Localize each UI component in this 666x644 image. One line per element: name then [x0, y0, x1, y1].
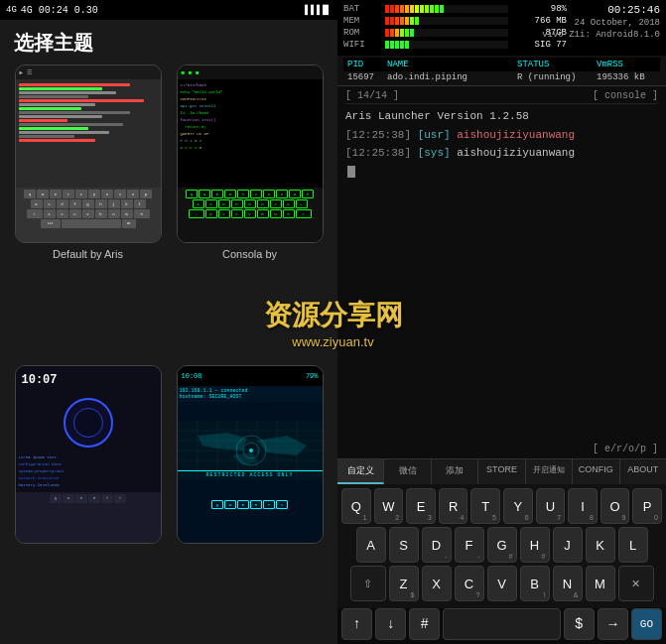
tab-weixin[interactable]: 微信	[384, 459, 431, 484]
rt-content: RESTRICTED ACCESS ONLY	[178, 402, 323, 498]
key-n[interactable]: N&	[553, 566, 583, 601]
key-right-arrow[interactable]: →	[598, 608, 628, 640]
key-x[interactable]: X	[422, 566, 452, 601]
key-shift[interactable]: ⇧	[350, 566, 386, 601]
console-nav-left: [ 14/14 ]	[345, 90, 399, 101]
system-date: 24 October, 2018	[575, 18, 660, 28]
theme-card-console[interactable]: ■ ■ ■ #!/bin/bash echo "Hello World" CON…	[174, 64, 326, 355]
mem-row: MEM 766 MB	[343, 16, 567, 26]
rt-statusbar: 10:08 79%	[178, 366, 323, 386]
svg-marker-13	[232, 452, 257, 465]
restricted-theme-preview[interactable]: 10:08 79% 192.168.1.1 — connected hostna…	[177, 365, 324, 544]
status-left: 4G 4G 00:24 0.30	[6, 5, 98, 16]
key-d[interactable]: D-	[422, 527, 452, 563]
wifi-val: SIG 77	[512, 40, 567, 50]
status-signal: 4G	[6, 5, 17, 15]
mem-label: MEM	[343, 16, 381, 26]
key-backspace[interactable]: ✕	[618, 566, 654, 601]
key-t[interactable]: T5	[470, 488, 500, 524]
svg-point-16	[249, 449, 253, 452]
rom-row: ROM 87GB	[343, 28, 567, 38]
left-panel: 4G 4G 00:24 0.30 ▐▐▐▐▌ 选择主题 ▶ ☰	[0, 0, 337, 644]
tab-store[interactable]: STORE	[478, 459, 525, 484]
tab-tongzhi[interactable]: 开启通知	[526, 459, 573, 484]
kb-row-3: ⇧ Z$ X C? V B! N& M ✕	[341, 566, 662, 601]
svg-marker-11	[198, 433, 247, 451]
key-z[interactable]: Z$	[389, 566, 419, 601]
themes-grid: ▶ ☰	[0, 64, 337, 644]
page-title: 选择主题	[0, 20, 337, 64]
console-header: [ 14/14 ] [ console ]	[345, 90, 658, 104]
default-theme-preview[interactable]: ▶ ☰	[15, 64, 162, 243]
key-k[interactable]: K	[586, 527, 615, 563]
status-time: 4G 00:24 0.30	[21, 5, 98, 16]
system-device: vivo Z1i: Android8.1.0	[542, 30, 660, 40]
key-s[interactable]: S	[389, 527, 419, 563]
key-go[interactable]: GO	[631, 608, 662, 640]
bat-val: 98%	[512, 4, 567, 14]
key-h[interactable]: H#	[520, 527, 550, 563]
console-version-text: Aris Launcher Version 1.2.58	[345, 110, 529, 122]
right-panel: BAT 98% MEM	[337, 0, 666, 644]
wifi-bar	[385, 41, 508, 49]
system-time: 00:25:46	[607, 4, 660, 16]
key-hash[interactable]: #	[409, 608, 440, 640]
console-area: [ 14/14 ] [ console ] Aris Launcher Vers…	[337, 86, 666, 458]
aris-theme-preview[interactable]: 10:07 Lorem ipsum text configuration dat…	[15, 365, 162, 544]
key-y[interactable]: Y6	[503, 488, 533, 524]
tab-tianjia[interactable]: 添加	[432, 459, 478, 484]
key-space[interactable]	[443, 608, 560, 640]
rom-bar	[385, 29, 508, 37]
key-f[interactable]: F-	[455, 527, 484, 563]
key-w[interactable]: W2	[374, 488, 404, 524]
key-i[interactable]: I8	[568, 488, 598, 524]
tab-config[interactable]: CONFIG	[573, 459, 619, 484]
svg-marker-12	[257, 436, 307, 455]
tab-about[interactable]: ABOUT	[620, 459, 666, 484]
status-right: ▐▐▐▐▌	[302, 5, 332, 16]
proc-header-name: NAME	[387, 60, 517, 69]
key-p[interactable]: P0	[632, 488, 662, 524]
rom-label: ROM	[343, 28, 381, 38]
key-r[interactable]: R4	[439, 488, 468, 524]
key-a[interactable]: A	[356, 527, 386, 563]
key-c[interactable]: C?	[455, 566, 484, 601]
key-o[interactable]: O9	[600, 488, 630, 524]
bat-label: BAT	[343, 4, 381, 14]
key-l[interactable]: L	[618, 527, 648, 563]
key-m[interactable]: M	[586, 566, 615, 601]
key-g[interactable]: G#	[487, 527, 517, 563]
console-path: [ e/r/o/p ]	[593, 444, 658, 454]
key-down-arrow[interactable]: ↓	[375, 608, 406, 640]
console-theme-label: Consola by	[222, 248, 277, 260]
key-u[interactable]: U7	[536, 488, 566, 524]
system-info: BAT 98% MEM	[337, 0, 666, 56]
wifi-label: WIFI	[343, 40, 381, 50]
tab-zidingyi[interactable]: 自定义	[337, 459, 384, 484]
mem-val: 766 MB	[512, 16, 567, 26]
proc-header-vmrss: VmRSS	[597, 60, 656, 69]
ct-content: #!/bin/bash echo "Hello World" CONFIG=tr…	[178, 79, 323, 188]
console-line-1: Aris Launcher Version 1.2.58	[345, 108, 658, 125]
key-dollar[interactable]: $	[564, 608, 595, 640]
console-line-3: [12:25:38] [sys] aishoujiziyuanwang	[345, 145, 658, 162]
status-bar: 4G 4G 00:24 0.30 ▐▐▐▐▌	[0, 0, 337, 20]
dt-content	[16, 79, 161, 188]
proc-header-pid: PID	[347, 60, 387, 69]
theme-card-default[interactable]: ▶ ☰	[12, 64, 164, 355]
key-b[interactable]: B!	[520, 566, 550, 601]
bat-bar	[385, 5, 508, 13]
at-statusbar: 10:07	[16, 366, 161, 394]
keyboard-tabs: 自定义 微信 添加 STORE 开启通知 CONFIG ABOUT	[337, 458, 666, 484]
proc-pid: 15697	[347, 72, 387, 82]
key-v[interactable]: V	[487, 566, 517, 601]
theme-card-aris[interactable]: 10:07 Lorem ipsum text configuration dat…	[12, 365, 164, 644]
key-up-arrow[interactable]: ↑	[341, 608, 372, 640]
console-theme-preview[interactable]: ■ ■ ■ #!/bin/bash echo "Hello World" CON…	[177, 64, 324, 243]
key-e[interactable]: E3	[406, 488, 436, 524]
key-q[interactable]: Q1	[341, 488, 371, 524]
theme-card-restricted[interactable]: 10:08 79% 192.168.1.1 — connected hostna…	[174, 365, 326, 644]
key-j[interactable]: J	[553, 527, 583, 563]
proc-row: 15697 ado.indi.piping R (running) 195336…	[343, 71, 660, 83]
at-content: Lorem ipsum text configuration data syst…	[16, 451, 161, 492]
